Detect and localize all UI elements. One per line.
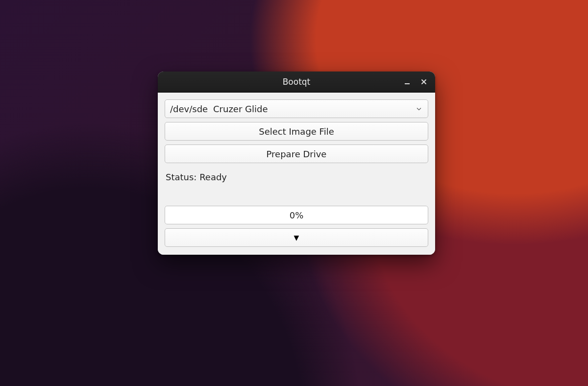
progress-bar: 0%: [165, 206, 428, 224]
expand-details-button[interactable]: ▼: [165, 228, 428, 247]
bootqt-window: Bootqt /dev/sde Cruzer Glide Select Imag…: [158, 72, 435, 255]
svg-rect-0: [405, 83, 410, 84]
close-icon: [420, 78, 427, 85]
window-title: Bootqt: [283, 77, 311, 87]
prepare-drive-button[interactable]: Prepare Drive: [165, 145, 428, 163]
drive-device-path: /dev/sde: [170, 104, 213, 114]
window-content: /dev/sde Cruzer Glide Select Image File …: [158, 93, 435, 255]
window-controls: [400, 72, 431, 92]
select-image-label: Select Image File: [259, 126, 334, 137]
close-button[interactable]: [416, 74, 431, 89]
drive-selector[interactable]: /dev/sde Cruzer Glide: [165, 99, 428, 118]
status-text: Status: Ready: [165, 167, 428, 202]
minimize-icon: [404, 78, 411, 85]
chevron-down-icon: [416, 104, 422, 114]
triangle-down-icon: ▼: [294, 234, 299, 241]
drive-label: Cruzer Glide: [213, 104, 268, 114]
progress-percent: 0%: [290, 210, 304, 220]
prepare-drive-label: Prepare Drive: [267, 149, 327, 159]
minimize-button[interactable]: [400, 74, 415, 89]
titlebar[interactable]: Bootqt: [158, 72, 435, 93]
select-image-button[interactable]: Select Image File: [165, 122, 428, 141]
desktop-wallpaper: Bootqt /dev/sde Cruzer Glide Select Imag…: [0, 0, 588, 386]
